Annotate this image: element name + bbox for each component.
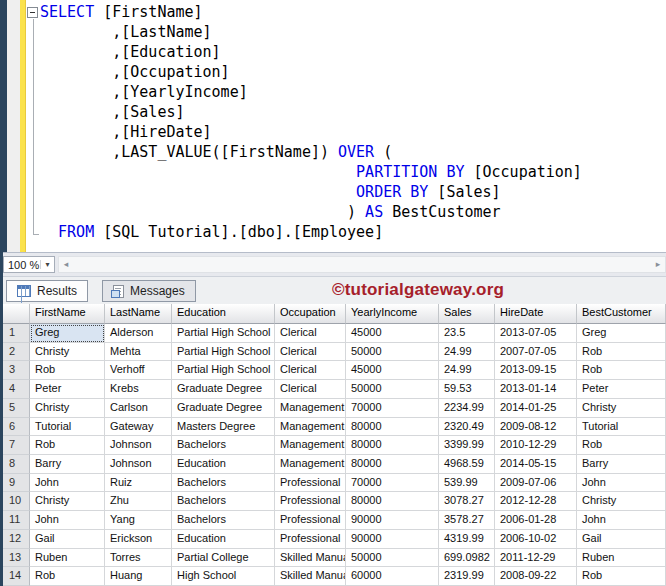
row-header[interactable]: 10: [0, 492, 30, 511]
grid-cell[interactable]: 2012-12-28: [495, 492, 577, 511]
row-header[interactable]: 3: [0, 361, 30, 380]
row-header[interactable]: 13: [0, 549, 30, 568]
grid-cell[interactable]: Education: [172, 530, 275, 549]
grid-cell[interactable]: Christy: [577, 492, 666, 511]
grid-cell[interactable]: 45000: [346, 361, 439, 380]
grid-cell[interactable]: Yang: [105, 511, 172, 530]
grid-cell[interactable]: Partial High School: [172, 343, 275, 362]
grid-cell[interactable]: 80000: [346, 436, 439, 455]
grid-cell[interactable]: 2320.49: [439, 418, 495, 437]
grid-cell[interactable]: 50000: [346, 343, 439, 362]
grid-cell[interactable]: 2009-07-06: [495, 474, 577, 493]
grid-cell[interactable]: Clerical: [275, 324, 346, 343]
grid-cell[interactable]: 45000: [346, 324, 439, 343]
grid-cell[interactable]: Partial High School: [172, 324, 275, 343]
grid-cell[interactable]: Ruben: [30, 549, 105, 568]
grid-cell[interactable]: 2011-12-29: [495, 549, 577, 568]
grid-cell[interactable]: Christy: [30, 492, 105, 511]
horizontal-scrollbar[interactable]: ◂ ▸: [58, 256, 666, 273]
row-header[interactable]: 5: [0, 399, 30, 418]
grid-cell[interactable]: 60000: [346, 567, 439, 586]
column-header[interactable]: HireDate: [495, 304, 577, 324]
grid-cell[interactable]: Ruben: [577, 549, 666, 568]
grid-cell[interactable]: 80000: [346, 418, 439, 437]
row-header[interactable]: 1: [0, 324, 30, 343]
row-header[interactable]: 8: [0, 455, 30, 474]
select-all-corner[interactable]: [0, 304, 30, 324]
grid-cell[interactable]: 2013-09-15: [495, 361, 577, 380]
row-header[interactable]: 6: [0, 418, 30, 437]
grid-cell[interactable]: 699.0982: [439, 549, 495, 568]
grid-cell[interactable]: 2009-08-12: [495, 418, 577, 437]
grid-cell[interactable]: Torres: [105, 549, 172, 568]
grid-cell[interactable]: 70000: [346, 399, 439, 418]
grid-cell[interactable]: 23.5: [439, 324, 495, 343]
grid-cell[interactable]: Barry: [30, 455, 105, 474]
grid-cell[interactable]: 50000: [346, 380, 439, 399]
grid-cell[interactable]: Graduate Degree: [172, 380, 275, 399]
grid-cell[interactable]: Management: [275, 436, 346, 455]
grid-cell[interactable]: Ruiz: [105, 474, 172, 493]
grid-cell[interactable]: Partial College: [172, 549, 275, 568]
grid-cell[interactable]: 2013-07-05: [495, 324, 577, 343]
chevron-down-icon[interactable]: ▾: [40, 260, 54, 269]
grid-cell[interactable]: 2234.99: [439, 399, 495, 418]
grid-cell[interactable]: Christy: [577, 399, 666, 418]
grid-cell[interactable]: Tutorial: [577, 418, 666, 437]
grid-cell[interactable]: 59.53: [439, 380, 495, 399]
grid-cell[interactable]: Professional: [275, 530, 346, 549]
grid-cell[interactable]: 3078.27: [439, 492, 495, 511]
scroll-right-icon[interactable]: ▸: [651, 257, 665, 272]
grid-cell[interactable]: 2319.99: [439, 567, 495, 586]
grid-cell[interactable]: 70000: [346, 474, 439, 493]
grid-cell[interactable]: Professional: [275, 474, 346, 493]
grid-cell[interactable]: Greg: [577, 324, 666, 343]
grid-cell[interactable]: Bachelors: [172, 474, 275, 493]
grid-cell[interactable]: Rob: [30, 436, 105, 455]
grid-cell[interactable]: Gateway: [105, 418, 172, 437]
grid-cell[interactable]: Rob: [30, 361, 105, 380]
column-header[interactable]: FirstName: [30, 304, 105, 324]
grid-cell[interactable]: 50000: [346, 549, 439, 568]
grid-cell[interactable]: 539.99: [439, 474, 495, 493]
grid-cell[interactable]: 2007-07-05: [495, 343, 577, 362]
column-header[interactable]: BestCustomer: [577, 304, 666, 324]
grid-cell[interactable]: 4319.99: [439, 530, 495, 549]
grid-cell[interactable]: Rob: [577, 343, 666, 362]
grid-cell[interactable]: 2006-01-28: [495, 511, 577, 530]
grid-cell[interactable]: 2010-12-29: [495, 436, 577, 455]
grid-cell[interactable]: Bachelors: [172, 436, 275, 455]
grid-cell[interactable]: Graduate Degree: [172, 399, 275, 418]
grid-cell[interactable]: Alderson: [105, 324, 172, 343]
grid-cell[interactable]: 80000: [346, 492, 439, 511]
grid-cell[interactable]: Verhoff: [105, 361, 172, 380]
grid-cell[interactable]: Clerical: [275, 361, 346, 380]
grid-cell[interactable]: Christy: [30, 399, 105, 418]
grid-cell[interactable]: 3578.27: [439, 511, 495, 530]
grid-cell[interactable]: Masters Degree: [172, 418, 275, 437]
grid-cell[interactable]: Erickson: [105, 530, 172, 549]
zoom-level-dropdown[interactable]: 100 % ▾: [3, 256, 55, 273]
grid-cell[interactable]: Barry: [577, 455, 666, 474]
grid-cell[interactable]: Tutorial: [30, 418, 105, 437]
tab-results[interactable]: Results: [6, 280, 88, 302]
grid-cell[interactable]: 80000: [346, 455, 439, 474]
row-header[interactable]: 11: [0, 511, 30, 530]
grid-cell[interactable]: Christy: [30, 343, 105, 362]
grid-cell[interactable]: Greg: [30, 324, 105, 343]
grid-cell[interactable]: Professional: [275, 492, 346, 511]
grid-cell[interactable]: Johnson: [105, 455, 172, 474]
grid-cell[interactable]: Peter: [577, 380, 666, 399]
grid-cell[interactable]: Skilled Manual: [275, 549, 346, 568]
grid-cell[interactable]: 2014-05-15: [495, 455, 577, 474]
grid-cell[interactable]: Krebs: [105, 380, 172, 399]
grid-cell[interactable]: Management: [275, 455, 346, 474]
grid-cell[interactable]: John: [577, 474, 666, 493]
grid-cell[interactable]: 2008-09-22: [495, 567, 577, 586]
column-header[interactable]: Sales: [439, 304, 495, 324]
scroll-left-icon[interactable]: ◂: [59, 257, 73, 272]
grid-cell[interactable]: 4968.59: [439, 455, 495, 474]
grid-cell[interactable]: Rob: [577, 567, 666, 586]
grid-cell[interactable]: 2013-01-14: [495, 380, 577, 399]
grid-cell[interactable]: 90000: [346, 511, 439, 530]
